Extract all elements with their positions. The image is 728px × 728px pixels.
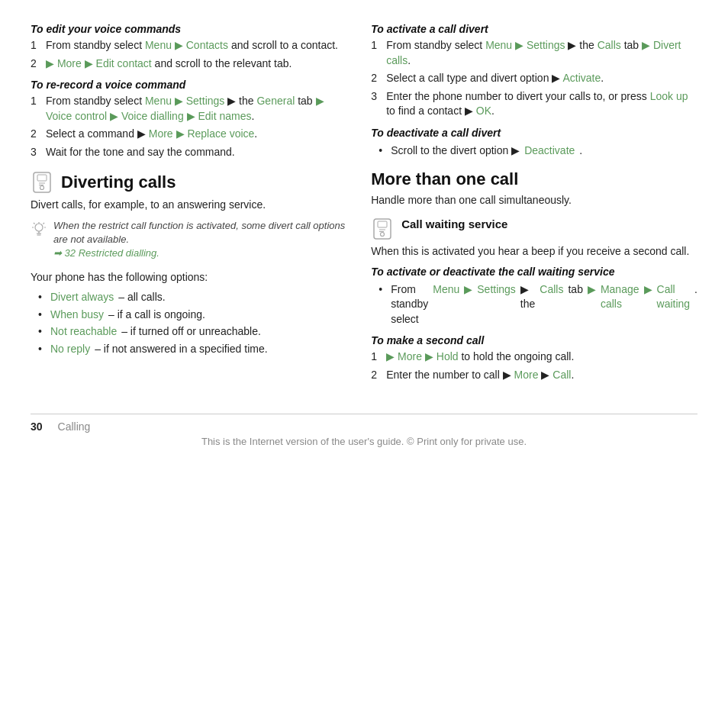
menu-link: Menu [145, 39, 172, 51]
list-item: Divert always – all calls. [38, 290, 348, 305]
step-num: 1 [31, 94, 41, 124]
list-item: Scroll to the divert option ▶ Deactivate… [378, 143, 697, 159]
arrow: ▶ [46, 57, 54, 69]
manage-calls-link: Manage calls [601, 282, 639, 327]
section-call-waiting: Call waiting service When this is activa… [371, 217, 697, 259]
more-calls-subtext: Handle more than one call simultaneously… [371, 192, 697, 208]
step-item: 3 Enter the phone number to divert your … [371, 89, 697, 119]
divert-always-label: Divert always [50, 290, 114, 305]
call-waiting-subtext: When this is activated you hear a beep i… [371, 243, 697, 259]
step-text: From standby select Menu ▶ Settings ▶ th… [46, 94, 348, 124]
step-num: 1 [371, 38, 382, 68]
arrow: ▶ [176, 127, 185, 140]
section-more-than-one-call: More than one call Handle more than one … [371, 169, 697, 208]
footer-disclaimer: This is the Internet version of the user… [31, 436, 697, 447]
more-link: More [149, 127, 173, 140]
edit-voice-heading: To edit your voice commands [31, 23, 348, 35]
lightbulb-icon [31, 221, 47, 237]
when-busy-text: – if a call is ongoing. [108, 308, 205, 323]
note-text: When the restrict call function is activ… [53, 219, 348, 261]
phone-icon [31, 171, 53, 194]
step-num: 1 [31, 38, 41, 53]
calls-tab-link: Calls [598, 39, 621, 51]
right-column: To activate a call divert 1 From standby… [371, 23, 697, 391]
left-column: To edit your voice commands 1 From stand… [31, 23, 348, 391]
step-text: ▶ More ▶ Edit contact and scroll to the … [46, 56, 292, 72]
step-item: 2 ▶ More ▶ Edit contact and scroll to th… [31, 56, 348, 72]
arrow: ▶ [85, 57, 93, 69]
edit-names-link: Edit names [198, 110, 251, 122]
edit-contact-link: Edit contact [96, 57, 152, 69]
rerecord-voice-steps: 1 From standby select Menu ▶ Settings ▶ … [31, 94, 348, 159]
step-item: 2 Select a command ▶ More ▶ Replace voic… [31, 127, 348, 142]
step-num: 2 [31, 127, 41, 142]
section-rerecord-voice: To re-record a voice command 1 From stan… [31, 79, 348, 159]
no-reply-label: No reply [50, 342, 90, 357]
arrow: ▶ [175, 39, 183, 51]
step-item: 1 From standby select Menu ▶ Contacts an… [31, 38, 348, 53]
activate-call-waiting-heading: To activate or deactivate the call waiti… [371, 266, 697, 278]
menu-link: Menu [145, 95, 172, 107]
no-reply-text: – if not answered in a specified time. [95, 342, 267, 357]
step-item: 1 ▶ More ▶ Hold to hold the ongoing call… [371, 350, 697, 365]
make-second-call-heading: To make a second call [371, 334, 697, 346]
ok-link: OK [476, 105, 491, 117]
step-num: 3 [371, 89, 382, 119]
more-link: More [57, 57, 82, 69]
step-num: 1 [371, 350, 382, 365]
svg-rect-15 [378, 221, 387, 227]
arrow: ▶ [386, 350, 395, 362]
list-item: When busy – if a call is ongoing. [38, 308, 348, 323]
call-waiting-heading-block: Call waiting service [371, 217, 697, 240]
menu-link: Menu [485, 39, 512, 51]
step-item: 1 From standby select Menu ▶ Settings ▶ … [31, 94, 348, 124]
restricted-dialling-link: ➡ 32 Restricted dialling. [53, 247, 159, 259]
svg-point-5 [35, 224, 43, 231]
phone-icon-2 [371, 217, 394, 240]
arrow: ▶ [464, 282, 472, 327]
when-busy-label: When busy [50, 308, 104, 323]
diverting-calls-title: Diverting calls [61, 172, 176, 192]
more-calls-title: More than one call [371, 169, 518, 189]
arrow: ▶ [175, 95, 183, 107]
contacts-link: Contacts [186, 39, 228, 51]
voice-dialling-link: Voice dialling [121, 110, 184, 122]
list-item: No reply – if not answered in a specifie… [38, 342, 348, 357]
deactivate-divert-bullets: Scroll to the divert option ▶ Deactivate… [378, 143, 697, 159]
step-item: 1 From standby select Menu ▶ Settings ▶ … [371, 38, 697, 68]
calls-tab-link2: Calls [540, 282, 563, 327]
settings-link: Settings [477, 282, 516, 327]
edit-voice-steps: 1 From standby select Menu ▶ Contacts an… [31, 38, 348, 71]
step-num: 2 [31, 56, 41, 72]
diverting-calls-heading: Diverting calls [31, 171, 348, 194]
step-text: Select a call type and divert option ▶ A… [386, 71, 604, 86]
step-text: ▶ More ▶ Hold to hold the ongoing call. [386, 350, 574, 365]
more-link2: More [514, 369, 539, 381]
make-second-call-steps: 1 ▶ More ▶ Hold to hold the ongoing call… [371, 350, 697, 382]
more-calls-heading: More than one call [371, 169, 697, 189]
page-layout: To edit your voice commands 1 From stand… [31, 23, 697, 391]
note-restrict: When the restrict call function is activ… [31, 219, 348, 261]
section-make-second-call: To make a second call 1 ▶ More ▶ Hold to… [371, 334, 697, 382]
menu-link: Menu [433, 282, 459, 327]
arrow: ▶ [515, 39, 523, 51]
step-num: 2 [371, 368, 382, 383]
arrow: ▶ [187, 110, 195, 122]
replace-voice-link: Replace voice [187, 127, 254, 140]
list-item: Not reachable – if turned off or unreach… [38, 324, 348, 340]
deactivate-divert-heading: To deactivate a call divert [371, 127, 697, 139]
section-edit-voice: To edit your voice commands 1 From stand… [31, 23, 348, 71]
svg-rect-1 [37, 175, 47, 181]
not-reachable-text: – if turned off or unreachable. [121, 324, 261, 340]
activate-waiting-bullets: From standby select Menu ▶ Settings ▶ th… [378, 282, 697, 327]
section-activate-call-waiting: To activate or deactivate the call waiti… [371, 266, 697, 327]
options-intro: Your phone has the following options: [31, 269, 348, 285]
diverting-calls-subtext: Divert calls, for example, to an answeri… [31, 197, 348, 213]
call-link: Call [552, 369, 571, 381]
settings-link: Settings [527, 39, 565, 51]
activate-link: Activate [562, 72, 601, 84]
section-name: Calling [58, 420, 91, 433]
page-footer: 30 Calling [31, 414, 697, 433]
arrow: ▶ [316, 95, 324, 107]
activate-divert-heading: To activate a call divert [371, 23, 697, 35]
